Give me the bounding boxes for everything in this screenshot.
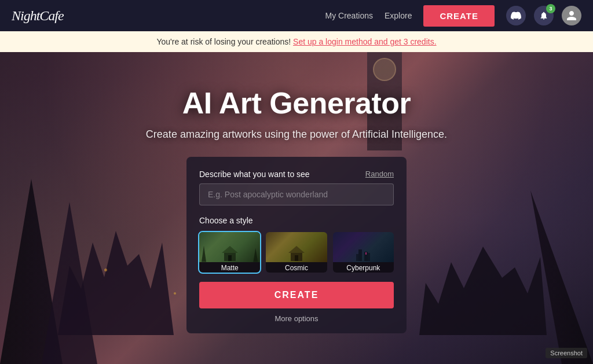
style-card-cosmic[interactable]: Cosmic bbox=[266, 232, 327, 273]
svg-rect-5 bbox=[295, 255, 298, 261]
my-creations-link[interactable]: My Creations bbox=[325, 11, 373, 20]
style-cyberpunk-label: Cyberpunk bbox=[333, 262, 394, 273]
matte-thumbnail-structure bbox=[221, 245, 239, 261]
notification-bell-button[interactable]: 3 bbox=[534, 6, 554, 25]
screenshot-badge: Screenshot bbox=[546, 348, 587, 358]
svg-rect-6 bbox=[358, 249, 362, 261]
create-button[interactable]: CREATE bbox=[199, 282, 394, 308]
main-content: AI Art Generator Create amazing artworks… bbox=[0, 31, 593, 364]
navbar-right: My Creations Explore CREATE 3 bbox=[325, 5, 582, 27]
hero-title: AI Art Generator bbox=[182, 86, 411, 120]
warning-text: You're at risk of losing your creations! bbox=[156, 37, 291, 46]
form-container: Describe what you want to see Random Cho… bbox=[186, 157, 407, 333]
svg-rect-10 bbox=[365, 252, 367, 255]
cosmic-thumbnail-structure bbox=[287, 245, 306, 261]
discord-icon-button[interactable] bbox=[506, 6, 526, 25]
user-icon bbox=[566, 10, 577, 21]
style-label: Choose a style bbox=[199, 216, 394, 225]
discord-icon bbox=[511, 10, 521, 21]
warning-banner: You're at risk of losing your creations!… bbox=[0, 31, 593, 52]
more-options-link[interactable]: More options bbox=[199, 314, 394, 323]
create-nav-button[interactable]: CREATE bbox=[423, 5, 495, 27]
style-card-matte[interactable]: Matte bbox=[199, 232, 260, 273]
warning-link[interactable]: Set up a login method and get 3 credits. bbox=[293, 37, 437, 46]
style-options: Matte Cosmic bbox=[199, 232, 394, 273]
style-matte-label: Matte bbox=[199, 262, 260, 273]
random-link[interactable]: Random bbox=[365, 170, 394, 178]
explore-link[interactable]: Explore bbox=[385, 11, 412, 20]
style-card-cyberpunk[interactable]: Cyberpunk bbox=[333, 232, 394, 273]
cyberpunk-thumbnail-structure bbox=[354, 245, 372, 261]
bell-icon bbox=[539, 11, 548, 20]
nav-icons: 3 bbox=[506, 6, 581, 25]
svg-rect-8 bbox=[356, 254, 358, 261]
prompt-input[interactable] bbox=[199, 183, 394, 205]
hero-subtitle: Create amazing artworks using the power … bbox=[146, 128, 447, 141]
style-cosmic-label: Cosmic bbox=[266, 262, 327, 273]
avatar[interactable] bbox=[562, 6, 581, 25]
svg-marker-1 bbox=[222, 246, 238, 253]
logo: NightCafe bbox=[12, 8, 64, 24]
svg-rect-2 bbox=[228, 255, 232, 261]
describe-label: Describe what you want to see bbox=[199, 170, 310, 179]
form-label-row: Describe what you want to see Random bbox=[199, 170, 394, 179]
svg-marker-4 bbox=[288, 246, 305, 253]
notification-badge: 3 bbox=[546, 4, 555, 13]
svg-rect-9 bbox=[368, 253, 370, 261]
navbar: NightCafe My Creations Explore CREATE 3 bbox=[0, 0, 593, 31]
